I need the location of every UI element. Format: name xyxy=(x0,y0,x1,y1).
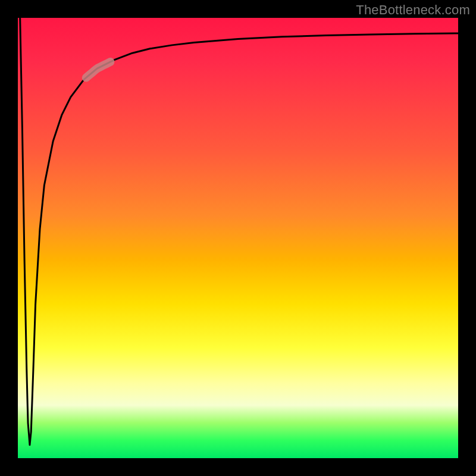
watermark-text: TheBottleneck.com xyxy=(356,2,470,18)
bottleneck-curve xyxy=(20,18,458,445)
chart-frame: TheBottleneck.com xyxy=(0,0,476,476)
highlight-segment xyxy=(86,62,111,78)
plot-area xyxy=(18,18,458,458)
curve-svg xyxy=(18,18,458,458)
